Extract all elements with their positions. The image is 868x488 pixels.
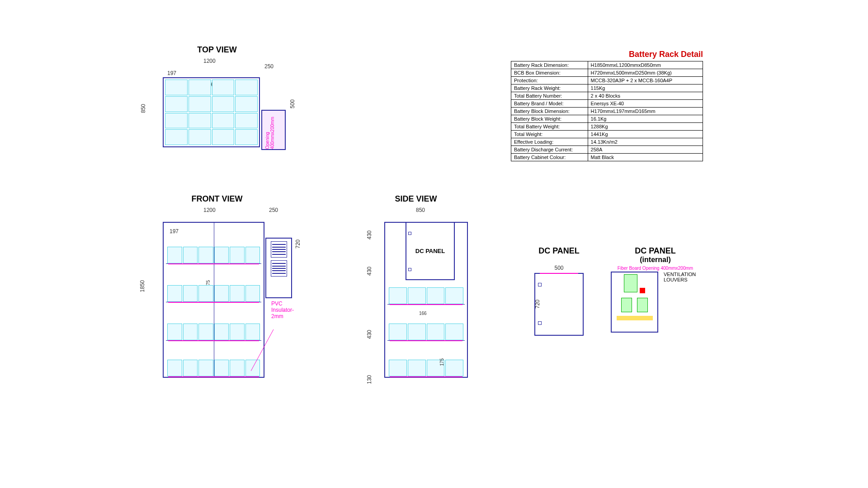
detail-val: 1288Kg — [588, 123, 703, 131]
dc-panel-label: DC PANEL — [415, 248, 445, 254]
front-view-title: FRONT VIEW — [131, 194, 303, 204]
front-rack — [163, 222, 264, 378]
mccb-320-icon — [624, 274, 637, 292]
mccb-160-icon — [621, 298, 632, 312]
side-view: SIDE VIEW 850 430 430 430 130 — [357, 194, 475, 378]
detail-table-body: Battery Rack Dimension:H1850mmxL1200mmxD… — [511, 61, 703, 161]
table-row: Total Weight:1441Kg — [511, 131, 703, 138]
table-row: Total Battery Weight:1288Kg — [511, 123, 703, 131]
table-row: Battery Discharge Current:258A — [511, 146, 703, 154]
top-rack-grid — [163, 77, 260, 147]
dc-panel-section: DC PANEL 500 720 DC PANEL (internal) Fib… — [504, 246, 730, 336]
dim-cell-h: 175 — [439, 358, 444, 366]
detail-table: Battery Rack Detail Battery Rack Dimensi… — [511, 50, 703, 161]
detail-key: Protection: — [511, 77, 588, 84]
indicator-icon — [640, 288, 645, 293]
table-row: BCB Box Dimension:H720mmxL500mmxD250mm (… — [511, 69, 703, 77]
table-row: Battery Block Dimension:H170mmxL197mmxD1… — [511, 108, 703, 115]
top-bcb-box: Opening 400mmx200mm — [261, 110, 286, 150]
shelf-row — [166, 279, 261, 302]
detail-key: BCB Box Dimension: — [511, 69, 588, 77]
side-dc-panel: DC PANEL — [406, 222, 455, 280]
detail-val: Matt Black — [588, 154, 703, 161]
shelf-row — [166, 241, 261, 264]
front-view: FRONT VIEW 1200 250 1850 720 197 175 PVC… — [131, 194, 303, 378]
detail-key: Battery Block Weight: — [511, 115, 588, 123]
table-row: Protection:MCCB-320A3P + 2 x MCCB-160A4P — [511, 77, 703, 84]
table-row: Total Battery Number:2 x 40 Blocks — [511, 92, 703, 100]
dc-int-title: DC PANEL — [611, 246, 700, 256]
top-view-title: TOP VIEW — [131, 45, 303, 55]
ventilation-icon — [271, 260, 287, 277]
detail-key: Total Weight: — [511, 131, 588, 138]
shelf-row — [166, 318, 261, 341]
ventilation-icon — [271, 241, 287, 258]
dim-width: 1200 — [203, 207, 216, 213]
battery-cell — [165, 80, 188, 95]
detail-key: Battery Rack Weight: — [511, 84, 588, 92]
detail-key: Total Battery Weight: — [511, 123, 588, 131]
svg-line-0 — [251, 329, 274, 371]
detail-key: Effective Loading: — [511, 138, 588, 146]
detail-key: Battery Discharge Current: — [511, 146, 588, 154]
side-view-title: SIDE VIEW — [357, 194, 475, 204]
busbar-icon — [617, 316, 653, 320]
detail-val: H170mmxL197mmxD165mm — [588, 108, 703, 115]
dim-bcb-w: 250 — [264, 63, 274, 70]
detail-key: Total Battery Number: — [511, 92, 588, 100]
detail-val: 1441Kg — [588, 131, 703, 138]
dim-bcb-w: 250 — [269, 207, 278, 213]
dim-depth: 850 — [416, 207, 425, 213]
dim-cell-d: 166 — [419, 311, 427, 316]
fiber-label: Fiber Board Opening 400mmx200mm — [611, 266, 700, 271]
dc-panel-external: DC PANEL 500 720 — [534, 246, 584, 336]
detail-key: Battery Brand / Model: — [511, 100, 588, 108]
detail-val: MCCB-320A3P + 2 x MCCB-160A4P — [588, 77, 703, 84]
fiber-opening-icon — [540, 273, 578, 274]
detail-val: 14.13Kn/m2 — [588, 138, 703, 146]
table-row: Battery Block Weight:16.1Kg — [511, 115, 703, 123]
detail-val: 258A — [588, 146, 703, 154]
shelf-row — [387, 282, 465, 305]
dim-w: 500 — [534, 265, 584, 271]
detail-key: Battery Block Dimension: — [511, 108, 588, 115]
table-row: Battery Cabinet Colour:Matt Black — [511, 154, 703, 161]
hinge-icon — [538, 321, 542, 325]
dc-box — [534, 273, 584, 336]
dc-internal-box — [611, 272, 658, 333]
leader-line-icon — [251, 326, 278, 375]
shelf-row — [387, 318, 465, 341]
side-rack: 166 175 DC PANEL — [384, 222, 468, 378]
table-row: Effective Loading:14.13Kn/m2 — [511, 138, 703, 146]
detail-val: H1850mmxL1200mmxD850mm — [588, 61, 703, 69]
detail-title: Battery Rack Detail — [511, 50, 703, 59]
dc-title: DC PANEL — [534, 246, 584, 256]
mccb-160-icon — [637, 298, 648, 312]
detail-key: Battery Cabinet Colour: — [511, 154, 588, 161]
pvc-insulator — [168, 263, 259, 264]
dc-panel-internal: DC PANEL (internal) Fiber Board Opening … — [611, 246, 700, 333]
dim-width: 1200 — [203, 58, 216, 64]
shelf-row — [387, 354, 465, 376]
battery-block — [167, 247, 182, 263]
detail-val: H720mmxL500mmxD250mm (38Kg) — [588, 69, 703, 77]
detail-val: Enersys XE-40 — [588, 100, 703, 108]
table-row: Battery Rack Weight:115Kg — [511, 84, 703, 92]
dim-cell-w: 197 — [167, 70, 176, 76]
vent-label: VENTILATION LOUVERS — [664, 272, 700, 282]
top-view: TOP VIEW 1200 197 250 850 166 500 Openin… — [131, 45, 303, 147]
detail-key: Battery Rack Dimension: — [511, 61, 588, 69]
shelf-row — [166, 354, 261, 376]
dc-int-sub: (internal) — [611, 256, 700, 264]
table-row: Battery Rack Dimension:H1850mmxL1200mmxD… — [511, 61, 703, 69]
detail-val: 2 x 40 Blocks — [588, 92, 703, 100]
detail-val: 115Kg — [588, 84, 703, 92]
table-row: Battery Brand / Model:Enersys XE-40 — [511, 100, 703, 108]
hinge-icon — [538, 283, 542, 286]
front-bcb-box — [265, 238, 292, 298]
detail-val: 16.1Kg — [588, 115, 703, 123]
opening-label: Opening 400mmx200mm — [265, 115, 275, 149]
